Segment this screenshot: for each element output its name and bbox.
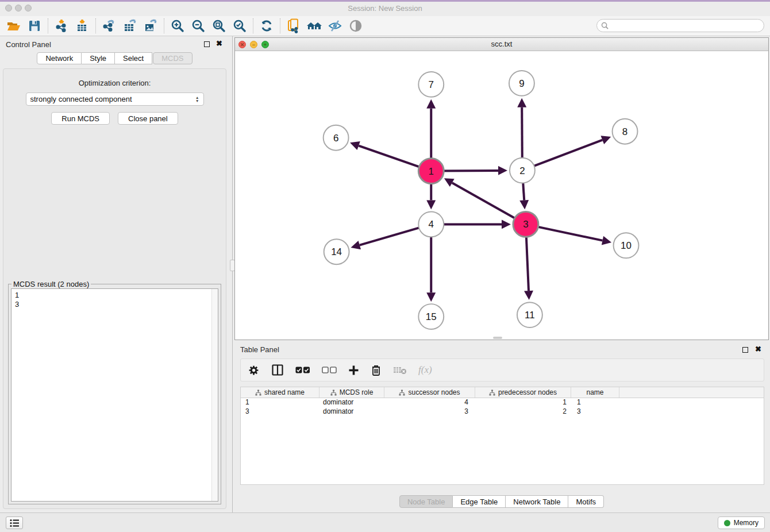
criterion-select[interactable]: strongly connected component ▲▼ <box>26 92 204 106</box>
zoom-fit-button[interactable] <box>209 17 229 34</box>
table-panel-header: Table Panel ✖ <box>234 342 769 357</box>
column-header-name[interactable]: name <box>571 387 619 398</box>
delete-column-button[interactable] <box>371 363 382 377</box>
network-graph[interactable]: 7968124314101511 <box>235 51 768 340</box>
close-panel-button[interactable]: Close panel <box>118 112 178 125</box>
panel-divider[interactable] <box>232 36 233 512</box>
result-item: 1 <box>11 289 218 300</box>
tree-icon <box>489 390 495 396</box>
select-all-icon <box>295 367 310 374</box>
import-network-button[interactable] <box>51 17 72 34</box>
tab-select[interactable]: Select <box>115 52 152 64</box>
table-header-row: shared name MCDS role successor nodes pr… <box>241 387 764 398</box>
refresh-view-button[interactable] <box>256 17 277 34</box>
svg-text:15: 15 <box>426 311 437 322</box>
table-row[interactable]: 3 dominator 3 2 3 <box>241 407 764 417</box>
column-header-shared-name[interactable]: shared name <box>241 387 319 398</box>
float-table-panel-icon[interactable] <box>742 347 748 353</box>
svg-text:14: 14 <box>331 246 342 257</box>
clone-network-button[interactable] <box>283 17 304 34</box>
column-header-successor-nodes[interactable]: successor nodes <box>384 387 475 398</box>
list-icon <box>10 519 20 527</box>
tab-network[interactable]: Network <box>37 52 82 64</box>
memory-label: Memory <box>734 519 759 527</box>
mcds-result-group: MCDS result (2 nodes) 1 3 <box>8 284 221 504</box>
svg-text:2: 2 <box>519 165 525 176</box>
select-all-button[interactable] <box>295 363 310 377</box>
task-history-button[interactable] <box>6 516 23 529</box>
function-builder-button[interactable]: f(x) <box>418 363 432 377</box>
table-settings-button[interactable] <box>248 363 260 377</box>
hide-selected-button[interactable] <box>325 17 345 34</box>
tab-network-table[interactable]: Network Table <box>506 495 568 508</box>
tab-edge-table[interactable]: Edge Table <box>453 495 506 508</box>
export-image-icon <box>143 18 158 33</box>
control-panel-title: Control Panel <box>6 40 51 49</box>
optimization-criterion-label: Optimization criterion: <box>3 79 226 87</box>
tab-motifs[interactable]: Motifs <box>568 495 604 508</box>
zoom-in-icon <box>171 19 184 33</box>
show-hidden-button[interactable] <box>345 17 366 34</box>
tab-style[interactable]: Style <box>82 52 115 64</box>
eye-disabled-icon <box>349 19 363 33</box>
close-panel-icon[interactable]: ✖ <box>216 40 222 48</box>
zoom-out-button[interactable] <box>188 17 209 34</box>
svg-text:6: 6 <box>333 133 338 144</box>
gear-icon <box>248 364 260 376</box>
tab-node-table[interactable]: Node Table <box>399 495 453 508</box>
import-table-button[interactable] <box>72 17 93 34</box>
control-panel-tabs: Network Style Select MCDS <box>0 52 229 64</box>
svg-text:11: 11 <box>525 310 535 321</box>
select-stepper-icon: ▲▼ <box>195 96 199 102</box>
export-table-button[interactable] <box>120 17 140 34</box>
refresh-icon <box>260 19 274 33</box>
columns-icon <box>271 364 284 376</box>
svg-text:3: 3 <box>523 219 528 230</box>
export-network-button[interactable] <box>99 17 120 34</box>
homes-icon <box>306 19 322 33</box>
trash-icon <box>371 364 382 376</box>
close-table-panel-icon[interactable]: ✖ <box>755 345 761 353</box>
zoom-selected-button[interactable] <box>229 17 250 34</box>
search-input[interactable] <box>611 22 764 30</box>
open-folder-icon <box>6 19 21 33</box>
tab-mcds[interactable]: MCDS <box>153 52 192 64</box>
save-session-button[interactable] <box>24 17 45 34</box>
network-canvas[interactable]: 7968124314101511 <box>235 51 768 340</box>
column-header-mcds-role[interactable]: MCDS role <box>319 387 384 398</box>
float-panel-icon[interactable] <box>204 41 210 47</box>
column-header-predecessor-nodes[interactable]: predecessor nodes <box>475 387 571 398</box>
delete-table-button[interactable] <box>393 363 407 377</box>
toolbar-separator <box>253 18 253 33</box>
criterion-value: strongly connected component <box>30 95 132 103</box>
toolbar-separator <box>164 18 164 33</box>
deselect-all-button[interactable] <box>322 363 337 377</box>
memory-button[interactable]: Memory <box>718 516 765 529</box>
toggle-columns-button[interactable] <box>271 363 284 377</box>
mcds-panel: Optimization criterion: strongly connect… <box>3 68 226 509</box>
search-field[interactable] <box>596 19 764 32</box>
canvas-scroll-thumb[interactable] <box>493 337 502 339</box>
node-table: shared name MCDS role successor nodes pr… <box>240 387 764 485</box>
export-table-icon <box>122 18 137 33</box>
export-image-button[interactable] <box>140 17 161 34</box>
mcds-result-list[interactable]: 1 3 <box>11 288 218 502</box>
network-window-titlebar[interactable]: ✕ − + scc.txt <box>235 38 768 51</box>
add-column-button[interactable] <box>348 363 359 377</box>
tree-icon <box>399 390 405 396</box>
table-tabs: Node Table Edge Table Network Table Moti… <box>234 495 769 508</box>
show-all-button[interactable] <box>304 17 325 34</box>
window-title: Session: New Session <box>0 4 770 13</box>
run-mcds-button[interactable]: Run MCDS <box>51 112 110 125</box>
result-scrollbar[interactable] <box>211 289 218 501</box>
table-row[interactable]: 1 dominator 4 1 1 <box>241 398 764 407</box>
open-session-button[interactable] <box>3 17 24 34</box>
toolbar-separator <box>280 18 280 33</box>
toolbar-separator <box>48 18 48 33</box>
tree-icon <box>255 390 261 396</box>
zoom-in-button[interactable] <box>167 17 188 34</box>
mcds-result-title: MCDS result (2 nodes) <box>11 280 91 288</box>
svg-text:8: 8 <box>622 126 627 137</box>
import-table-icon <box>75 18 90 33</box>
deselect-all-icon <box>322 367 337 374</box>
